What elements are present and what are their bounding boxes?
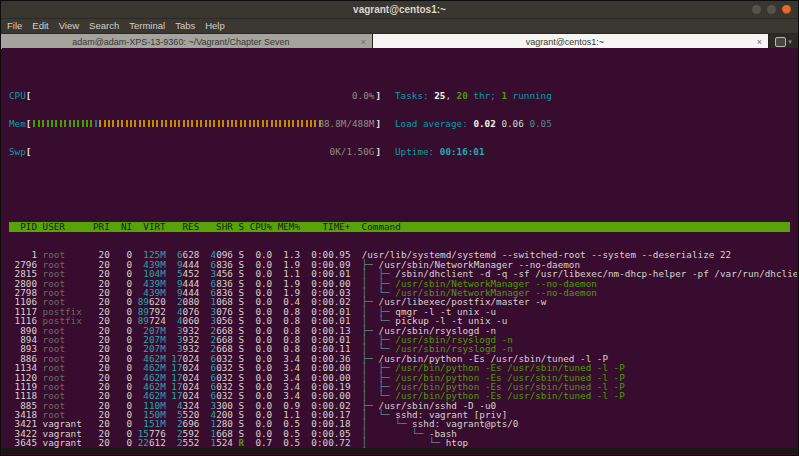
swap-meter-value: 0K/1.50G: [330, 147, 375, 156]
maximize-button[interactable]: [767, 5, 776, 14]
meter-tick: [191, 120, 193, 127]
terminal-window: vagrant@centos1:~ FileEditViewSearchTerm…: [0, 0, 799, 456]
close-button[interactable]: [782, 5, 791, 14]
menu-item-file[interactable]: File: [7, 19, 22, 33]
meter-tick: [112, 120, 114, 127]
meter-tick: [82, 120, 84, 127]
meter-tick: [60, 120, 62, 127]
meter-tick: [161, 120, 163, 127]
meter-tick: [86, 120, 88, 127]
meter-tick: [249, 120, 251, 127]
meter-tick: [292, 120, 294, 127]
meter-tick: [42, 120, 44, 127]
htop-screen: CPU[0.0%] Mem[88.8M/488M] Swp[0K/1.50G] …: [2, 48, 797, 450]
mem-meter-value: 88.8M/488M: [318, 119, 374, 128]
terminal-icon: [775, 37, 786, 47]
meter-tick: [51, 120, 53, 127]
meter-tick: [213, 120, 215, 127]
tab-bar: adam@adam-XPS-13-9360: ~/Vagrant/Chapter…: [1, 34, 798, 49]
meter-tick: [99, 120, 101, 127]
meter-tick: [108, 120, 110, 127]
meters-and-stats: CPU[0.0%] Mem[88.8M/488M] Swp[0K/1.50G] …: [9, 72, 790, 175]
meter-tick: [209, 120, 211, 127]
meter-tick: [174, 120, 176, 127]
meter-tick: [90, 120, 92, 127]
meter-tick: [73, 120, 75, 127]
title-bar: vagrant@centos1:~: [1, 1, 798, 19]
meter-tick: [104, 120, 106, 127]
tab-label: adam@adam-XPS-13-9360: ~/Vagrant/Chapter…: [7, 37, 355, 47]
meter-tick: [306, 120, 308, 127]
uptime-line: Uptime: 00:16:01: [395, 147, 552, 156]
stats-panel: Tasks: 25, 20 thr; 1 running Load averag…: [395, 72, 552, 175]
meter-tick: [275, 120, 277, 127]
table-header[interactable]: PID USER PRI NI VIRT RES SHR S CPU% MEM%…: [9, 222, 790, 231]
meter-tick: [297, 120, 299, 127]
meter-tick: [152, 120, 154, 127]
cpu-meter-label: CPU: [9, 91, 26, 100]
window-bottom-border: [2, 448, 797, 454]
meter-tick: [231, 120, 233, 127]
meter-tick: [266, 120, 268, 127]
meter-tick: [218, 120, 220, 127]
mem-meter: Mem[88.8M/488M]: [9, 119, 381, 128]
swap-meter: Swp[0K/1.50G]: [9, 147, 381, 156]
meter-tick: [178, 120, 180, 127]
window-controls: [752, 5, 791, 14]
meter-tick: [134, 120, 136, 127]
meter-tick: [130, 120, 132, 127]
cpu-meter-value: 0.0%: [352, 91, 374, 100]
tab-vagrant-centos1[interactable]: vagrant@centos1:~ ×: [373, 34, 769, 49]
meter-tick: [253, 120, 255, 127]
mem-meter-label: Mem: [9, 119, 26, 128]
menu-item-tabs[interactable]: Tabs: [175, 19, 195, 33]
meter-tick: [262, 120, 264, 127]
cpu-meter: CPU[0.0%]: [9, 91, 381, 100]
meter-tick: [64, 120, 66, 127]
chevron-down-icon: ▾: [788, 38, 792, 46]
menu-item-search[interactable]: Search: [89, 19, 119, 33]
menu-item-view[interactable]: View: [59, 19, 79, 33]
tab-close-icon[interactable]: ×: [361, 37, 366, 47]
meters: CPU[0.0%] Mem[88.8M/488M] Swp[0K/1.50G]: [9, 72, 381, 175]
meter-tick: [271, 120, 273, 127]
process-rows: 1 root 20 0 125M 6628 4096 S 0.0 1.3 0:0…: [9, 250, 790, 450]
meter-tick: [69, 120, 71, 127]
meter-tick: [244, 120, 246, 127]
meter-tick: [77, 120, 79, 127]
menu-item-edit[interactable]: Edit: [32, 19, 48, 33]
meter-tick: [126, 120, 128, 127]
meter-tick: [33, 120, 35, 127]
meter-tick: [279, 120, 281, 127]
meter-tick: [310, 120, 312, 127]
meter-tick: [143, 120, 145, 127]
new-terminal-button[interactable]: ▾: [769, 34, 798, 49]
meter-tick: [284, 120, 286, 127]
meter-tick: [121, 120, 123, 127]
meter-tick: [55, 120, 57, 127]
meter-tick: [183, 120, 185, 127]
tab-label: vagrant@centos1:~: [379, 37, 751, 47]
meter-tick: [301, 120, 303, 127]
menu-item-terminal[interactable]: Terminal: [129, 19, 165, 33]
meter-tick: [47, 120, 49, 127]
window-title: vagrant@centos1:~: [1, 4, 798, 15]
blank-line: [9, 194, 790, 203]
meter-tick: [227, 120, 229, 127]
meter-tick: [200, 120, 202, 127]
meter-tick: [139, 120, 141, 127]
tab-adam-xps[interactable]: adam@adam-XPS-13-9360: ~/Vagrant/Chapter…: [1, 34, 373, 49]
meter-tick: [288, 120, 290, 127]
load-average-line: Load average: 0.02 0.06 0.05: [395, 119, 552, 128]
meter-tick: [170, 120, 172, 127]
meter-tick: [165, 120, 167, 127]
meter-tick: [95, 120, 97, 127]
menu-item-help[interactable]: Help: [205, 19, 225, 33]
tab-close-icon[interactable]: ×: [757, 37, 762, 47]
swap-meter-label: Swp: [9, 147, 26, 156]
meter-tick: [156, 120, 158, 127]
meter-tick: [117, 120, 119, 127]
meter-tick: [314, 120, 316, 127]
meter-tick: [187, 120, 189, 127]
minimize-button[interactable]: [752, 5, 761, 14]
